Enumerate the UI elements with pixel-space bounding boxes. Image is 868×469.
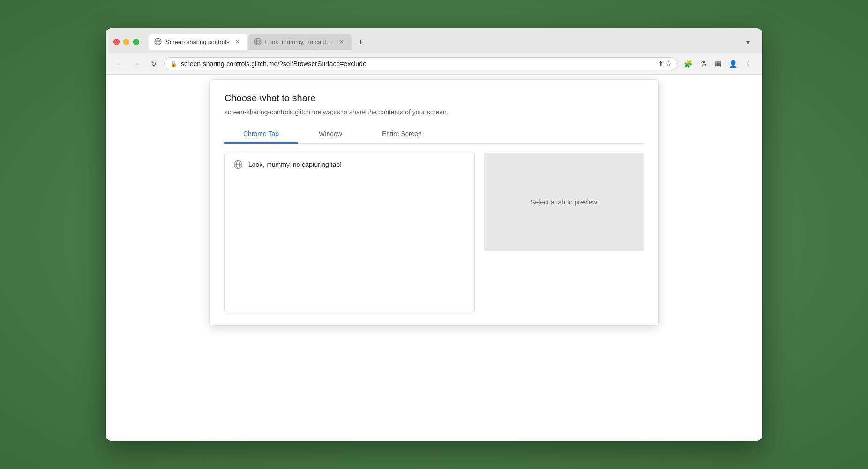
tab-title-2: Look, mummy, no capturing ta [265, 38, 334, 45]
bookmark-icon[interactable]: ☆ [666, 60, 672, 68]
tab-entire-screen[interactable]: Entire Screen [363, 125, 441, 144]
close-button[interactable] [113, 39, 120, 45]
address-text: screen-sharing-controls.glitch.me/?selfB… [181, 60, 654, 68]
tab-list-item[interactable]: Look, mummy, no capturing tab! [225, 153, 474, 176]
page-content: Choose what to share screen-sharing-cont… [106, 75, 762, 441]
new-tab-button[interactable]: + [354, 36, 367, 49]
tabs-row: Screen sharing controls ✕ Loo [149, 34, 755, 50]
tab-close-1[interactable]: ✕ [233, 38, 242, 46]
dialog-title: Choose what to share [224, 93, 644, 104]
tab-item-title: Look, mummy, no capturing tab! [248, 161, 342, 168]
flask-icon[interactable]: ⚗ [696, 57, 710, 70]
tab-list-button[interactable]: ▾ [741, 36, 755, 49]
tab-window[interactable]: Window [298, 125, 363, 144]
maximize-button[interactable] [133, 39, 139, 45]
dialog-subtitle: screen-sharing-controls.glitch.me wants … [224, 108, 644, 116]
back-button[interactable]: ← [113, 57, 127, 70]
tab-title-1: Screen sharing controls [165, 38, 230, 45]
menu-icon[interactable]: ⋮ [741, 57, 755, 70]
screen-share-dialog: Choose what to share screen-sharing-cont… [209, 79, 659, 326]
tab-screen-sharing[interactable]: Screen sharing controls ✕ [149, 34, 247, 50]
share-page-icon[interactable]: ⬆ [658, 60, 664, 68]
minimize-button[interactable] [123, 39, 129, 45]
dialog-container: Choose what to share screen-sharing-cont… [106, 75, 762, 441]
tab-favicon-1 [154, 38, 162, 45]
tab-item-favicon [233, 160, 243, 169]
preview-panel: Select a tab to preview [484, 153, 644, 251]
sidebar-icon[interactable]: ▣ [711, 57, 725, 70]
share-content: Look, mummy, no capturing tab! Select a … [224, 153, 644, 312]
traffic-lights [113, 39, 139, 45]
toolbar-right-icons: 🧩 ⚗ ▣ 👤 ⋮ [681, 57, 755, 70]
title-bar: Screen sharing controls ✕ Loo [106, 28, 762, 53]
share-tabs: Chrome Tab Window Entire Screen [224, 125, 644, 144]
tab-favicon-2 [254, 38, 262, 45]
forward-button[interactable]: → [130, 57, 143, 70]
tab-close-2[interactable]: ✕ [337, 38, 346, 46]
browser-window: Screen sharing controls ✕ Loo [106, 28, 762, 441]
tab-chrome-tab[interactable]: Chrome Tab [224, 125, 298, 144]
address-icons: ⬆ ☆ [658, 60, 672, 68]
address-bar[interactable]: 🔒 screen-sharing-controls.glitch.me/?sel… [164, 57, 678, 70]
preview-text: Select a tab to preview [531, 198, 597, 206]
toolbar: ← → ↻ 🔒 screen-sharing-controls.glitch.m… [106, 53, 762, 75]
profile-icon[interactable]: 👤 [726, 57, 740, 70]
lock-icon: 🔒 [170, 61, 177, 67]
title-bar-top: Screen sharing controls ✕ Loo [113, 34, 755, 50]
tab-capturing[interactable]: Look, mummy, no capturing ta ✕ [248, 34, 352, 50]
reload-button[interactable]: ↻ [147, 57, 160, 70]
extensions-icon[interactable]: 🧩 [681, 57, 695, 70]
tab-list-panel: Look, mummy, no capturing tab! [224, 153, 475, 312]
